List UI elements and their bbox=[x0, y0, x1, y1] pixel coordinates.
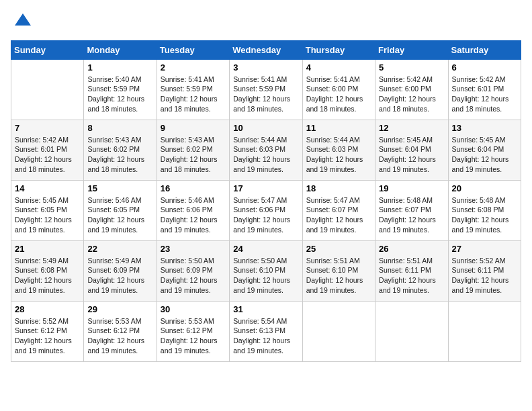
cell-info: Sunrise: 5:54 AM Sunset: 6:13 PM Dayligh… bbox=[233, 316, 298, 356]
calendar-week-row: 21Sunrise: 5:49 AM Sunset: 6:08 PM Dayli… bbox=[11, 240, 521, 301]
cell-info: Sunrise: 5:45 AM Sunset: 6:04 PM Dayligh… bbox=[379, 135, 444, 175]
day-of-week-header: Saturday bbox=[448, 40, 521, 59]
day-number: 30 bbox=[161, 304, 226, 314]
cell-info: Sunrise: 5:47 AM Sunset: 6:06 PM Dayligh… bbox=[233, 195, 298, 235]
cell-info: Sunrise: 5:45 AM Sunset: 6:04 PM Dayligh… bbox=[452, 135, 517, 175]
cell-info: Sunrise: 5:51 AM Sunset: 6:10 PM Dayligh… bbox=[306, 256, 371, 295]
calendar-cell bbox=[375, 301, 448, 361]
day-number: 23 bbox=[161, 244, 226, 254]
calendar-cell: 12Sunrise: 5:45 AM Sunset: 6:04 PM Dayli… bbox=[375, 120, 448, 180]
cell-info: Sunrise: 5:42 AM Sunset: 6:01 PM Dayligh… bbox=[452, 75, 517, 114]
cell-info: Sunrise: 5:46 AM Sunset: 6:06 PM Dayligh… bbox=[161, 195, 226, 235]
day-number: 1 bbox=[87, 62, 152, 73]
calendar-cell: 14Sunrise: 5:45 AM Sunset: 6:05 PM Dayli… bbox=[11, 180, 84, 240]
calendar-week-row: 14Sunrise: 5:45 AM Sunset: 6:05 PM Dayli… bbox=[11, 180, 521, 240]
calendar-cell: 13Sunrise: 5:45 AM Sunset: 6:04 PM Dayli… bbox=[448, 120, 521, 180]
day-of-week-header: Thursday bbox=[302, 40, 375, 59]
day-number: 15 bbox=[87, 183, 152, 193]
cell-info: Sunrise: 5:41 AM Sunset: 5:59 PM Dayligh… bbox=[161, 75, 226, 114]
calendar-cell: 10Sunrise: 5:44 AM Sunset: 6:03 PM Dayli… bbox=[230, 120, 302, 180]
day-number: 10 bbox=[233, 123, 298, 133]
cell-info: Sunrise: 5:44 AM Sunset: 6:03 PM Dayligh… bbox=[233, 135, 298, 175]
cell-info: Sunrise: 5:48 AM Sunset: 6:08 PM Dayligh… bbox=[452, 195, 517, 235]
calendar-cell bbox=[11, 59, 84, 120]
calendar-cell bbox=[302, 301, 375, 361]
calendar-cell: 9Sunrise: 5:43 AM Sunset: 6:02 PM Daylig… bbox=[157, 120, 229, 180]
calendar-cell: 1Sunrise: 5:40 AM Sunset: 5:59 PM Daylig… bbox=[84, 59, 157, 120]
cell-info: Sunrise: 5:52 AM Sunset: 6:11 PM Dayligh… bbox=[452, 256, 517, 295]
day-of-week-header: Sunday bbox=[11, 40, 84, 59]
cell-info: Sunrise: 5:41 AM Sunset: 6:00 PM Dayligh… bbox=[306, 75, 371, 114]
cell-info: Sunrise: 5:50 AM Sunset: 6:10 PM Dayligh… bbox=[233, 256, 298, 295]
day-number: 13 bbox=[452, 123, 517, 133]
calendar-cell: 27Sunrise: 5:52 AM Sunset: 6:11 PM Dayli… bbox=[448, 240, 521, 301]
cell-info: Sunrise: 5:48 AM Sunset: 6:07 PM Dayligh… bbox=[379, 195, 444, 235]
calendar-cell: 6Sunrise: 5:42 AM Sunset: 6:01 PM Daylig… bbox=[448, 59, 521, 120]
cell-info: Sunrise: 5:53 AM Sunset: 6:12 PM Dayligh… bbox=[161, 316, 226, 356]
calendar-cell: 30Sunrise: 5:53 AM Sunset: 6:12 PM Dayli… bbox=[157, 301, 229, 361]
day-number: 5 bbox=[379, 62, 444, 73]
calendar-cell: 20Sunrise: 5:48 AM Sunset: 6:08 PM Dayli… bbox=[448, 180, 521, 240]
calendar-week-row: 28Sunrise: 5:52 AM Sunset: 6:12 PM Dayli… bbox=[11, 301, 521, 361]
logo bbox=[11, 11, 32, 34]
calendar-week-row: 7Sunrise: 5:42 AM Sunset: 6:01 PM Daylig… bbox=[11, 120, 521, 180]
cell-info: Sunrise: 5:43 AM Sunset: 6:02 PM Dayligh… bbox=[87, 135, 152, 175]
calendar-cell: 23Sunrise: 5:50 AM Sunset: 6:09 PM Dayli… bbox=[157, 240, 229, 301]
calendar-table: SundayMondayTuesdayWednesdayThursdayFrid… bbox=[11, 40, 521, 362]
calendar-cell: 28Sunrise: 5:52 AM Sunset: 6:12 PM Dayli… bbox=[11, 301, 84, 361]
calendar-cell: 19Sunrise: 5:48 AM Sunset: 6:07 PM Dayli… bbox=[375, 180, 448, 240]
cell-info: Sunrise: 5:40 AM Sunset: 5:59 PM Dayligh… bbox=[87, 75, 152, 114]
day-number: 14 bbox=[15, 183, 80, 193]
cell-info: Sunrise: 5:51 AM Sunset: 6:11 PM Dayligh… bbox=[379, 256, 444, 295]
logo-icon bbox=[13, 11, 32, 30]
day-number: 31 bbox=[233, 304, 298, 314]
calendar-cell: 15Sunrise: 5:46 AM Sunset: 6:05 PM Dayli… bbox=[84, 180, 157, 240]
cell-info: Sunrise: 5:53 AM Sunset: 6:12 PM Dayligh… bbox=[87, 316, 152, 356]
day-of-week-header: Monday bbox=[84, 40, 157, 59]
day-number: 2 bbox=[161, 62, 226, 73]
calendar-cell: 2Sunrise: 5:41 AM Sunset: 5:59 PM Daylig… bbox=[157, 59, 229, 120]
cell-info: Sunrise: 5:42 AM Sunset: 6:01 PM Dayligh… bbox=[15, 135, 80, 175]
calendar-cell: 21Sunrise: 5:49 AM Sunset: 6:08 PM Dayli… bbox=[11, 240, 84, 301]
cell-info: Sunrise: 5:46 AM Sunset: 6:05 PM Dayligh… bbox=[87, 195, 152, 235]
calendar-cell: 16Sunrise: 5:46 AM Sunset: 6:06 PM Dayli… bbox=[157, 180, 229, 240]
calendar-week-row: 1Sunrise: 5:40 AM Sunset: 5:59 PM Daylig… bbox=[11, 59, 521, 120]
day-number: 18 bbox=[306, 183, 371, 193]
day-number: 24 bbox=[233, 244, 298, 254]
day-number: 25 bbox=[306, 244, 371, 254]
cell-info: Sunrise: 5:50 AM Sunset: 6:09 PM Dayligh… bbox=[161, 256, 226, 295]
calendar-cell: 26Sunrise: 5:51 AM Sunset: 6:11 PM Dayli… bbox=[375, 240, 448, 301]
calendar-cell: 5Sunrise: 5:42 AM Sunset: 6:00 PM Daylig… bbox=[375, 59, 448, 120]
day-number: 6 bbox=[452, 62, 517, 73]
day-number: 26 bbox=[379, 244, 444, 254]
day-number: 9 bbox=[161, 123, 226, 133]
calendar-cell: 18Sunrise: 5:47 AM Sunset: 6:07 PM Dayli… bbox=[302, 180, 375, 240]
calendar-cell: 8Sunrise: 5:43 AM Sunset: 6:02 PM Daylig… bbox=[84, 120, 157, 180]
calendar-cell: 4Sunrise: 5:41 AM Sunset: 6:00 PM Daylig… bbox=[302, 59, 375, 120]
day-of-week-header: Tuesday bbox=[157, 40, 229, 59]
day-number: 3 bbox=[233, 62, 298, 73]
day-of-week-header: Wednesday bbox=[230, 40, 302, 59]
calendar-header-row: SundayMondayTuesdayWednesdayThursdayFrid… bbox=[11, 40, 521, 59]
day-number: 16 bbox=[161, 183, 226, 193]
day-number: 12 bbox=[379, 123, 444, 133]
calendar-cell: 29Sunrise: 5:53 AM Sunset: 6:12 PM Dayli… bbox=[84, 301, 157, 361]
day-number: 22 bbox=[87, 244, 152, 254]
calendar-cell bbox=[448, 301, 521, 361]
svg-marker-0 bbox=[15, 13, 31, 26]
calendar-cell: 25Sunrise: 5:51 AM Sunset: 6:10 PM Dayli… bbox=[302, 240, 375, 301]
cell-info: Sunrise: 5:52 AM Sunset: 6:12 PM Dayligh… bbox=[15, 316, 80, 356]
cell-info: Sunrise: 5:49 AM Sunset: 6:08 PM Dayligh… bbox=[15, 256, 80, 295]
calendar-cell: 7Sunrise: 5:42 AM Sunset: 6:01 PM Daylig… bbox=[11, 120, 84, 180]
day-of-week-header: Friday bbox=[375, 40, 448, 59]
day-number: 8 bbox=[87, 123, 152, 133]
cell-info: Sunrise: 5:47 AM Sunset: 6:07 PM Dayligh… bbox=[306, 195, 371, 235]
calendar-cell: 31Sunrise: 5:54 AM Sunset: 6:13 PM Dayli… bbox=[230, 301, 302, 361]
day-number: 17 bbox=[233, 183, 298, 193]
day-number: 7 bbox=[15, 123, 80, 133]
day-number: 29 bbox=[87, 304, 152, 314]
calendar-cell: 24Sunrise: 5:50 AM Sunset: 6:10 PM Dayli… bbox=[230, 240, 302, 301]
day-number: 28 bbox=[15, 304, 80, 314]
calendar-cell: 22Sunrise: 5:49 AM Sunset: 6:09 PM Dayli… bbox=[84, 240, 157, 301]
day-number: 27 bbox=[452, 244, 517, 254]
